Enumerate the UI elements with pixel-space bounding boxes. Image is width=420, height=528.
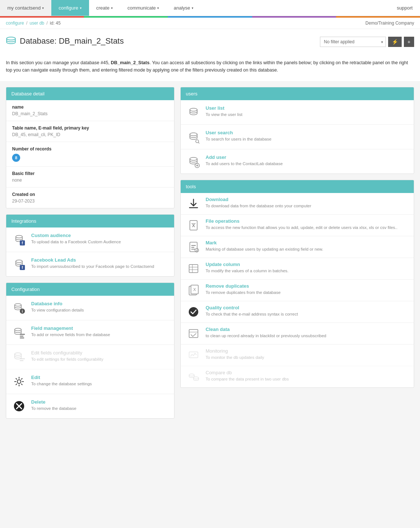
configuration-body: i Database info To view configuration de… [6,296,174,418]
tool-quality-control[interactable]: Quality control To check that the e-mail… [181,301,414,323]
config-field-management[interactable]: Field management To add or remove fields… [6,320,174,345]
breadcrumb-configure[interactable]: configure [6,21,24,26]
nav-arrow: ▾ [192,6,194,10]
svg-rect-49 [189,329,198,338]
config-database-info[interactable]: i Database info To view configuration de… [6,296,174,320]
config-title: Database info [31,301,84,306]
config-edit[interactable]: Edit To change the database settings [6,369,174,394]
database-detail-panel: Database detail name DB_main_2_Stats Tab… [6,87,174,208]
integration-title: Facebook Lead Ads [31,257,154,263]
tool-desc: To check that the e-mail address syntax … [206,311,298,317]
svg-rect-11 [20,334,25,335]
quality-icon [187,305,200,319]
nav-create[interactable]: create ▾ [89,0,120,16]
svg-rect-13 [20,338,24,338]
tool-desc: To download data from the database onto … [206,203,311,209]
filter-button[interactable]: ⚡ [388,37,402,47]
tool-title: Remove duplicates [206,283,281,289]
users-title: User search [206,130,272,135]
config-title: Delete [31,399,76,405]
mark-icon: ⚬ [187,240,200,254]
page-title-row: Database: DB_main_2_Stats [6,36,124,46]
users-add-user[interactable]: Add user To add users to the ContactLab … [181,149,414,174]
nav-label: analyse [174,5,190,11]
tool-desc: To access the new function that allows y… [206,225,398,230]
config-desc: To view configuration details [31,307,84,313]
company-name: Demo/Training Company [365,21,414,26]
integration-desc: To import userssubscribed to your Facebo… [31,263,154,269]
integration-title: Custom audience [31,233,121,238]
nav-support[interactable]: support [390,0,420,16]
users-title: User list [206,105,242,111]
integration-custom-audience[interactable]: f Custom audience To upload data to a Fa… [6,227,174,252]
svg-point-23 [196,140,199,143]
compare-icon [187,370,200,384]
tool-download[interactable]: Download To download data from the datab… [181,193,414,215]
users-desc: To view the user list [206,112,242,117]
svg-point-17 [17,380,21,383]
delete-icon [12,399,26,413]
svg-line-24 [198,142,199,143]
file-ops-icon: X [187,218,200,232]
breadcrumb-current: id: 45 [50,21,60,26]
nav-analyse[interactable]: analyse ▾ [166,0,201,16]
svg-rect-35 [191,245,196,246]
nav-my-contactsend[interactable]: my contactsend ▾ [0,0,51,16]
tool-mark[interactable]: ⚬ Mark Marking of database users by upda… [181,236,414,258]
nav-communicate[interactable]: communicate ▾ [120,0,166,16]
filter-select[interactable]: No filter applied [320,37,386,47]
page-header: Database: DB_main_2_Stats No filter appl… [0,29,420,55]
config-title: Field management [31,325,110,331]
tool-title: Clean data [206,327,326,332]
svg-rect-40 [189,265,198,273]
nav-arrow: ▾ [80,6,82,10]
db-edit-field-icon [12,350,26,364]
filter-bar: No filter applied ▾ ⚡ + [320,37,414,47]
users-user-list[interactable]: User list To view the user list [181,100,414,125]
tool-remove-duplicates[interactable]: X X Remove duplicates To remove duplicat… [181,280,414,301]
config-desc: To change the database settings [31,381,92,387]
gear-icon [12,375,26,389]
users-user-search[interactable]: User search To search for users in the d… [181,125,414,149]
nav-label: create [96,5,110,11]
svg-point-22 [190,133,197,136]
svg-point-10 [15,328,21,331]
tool-title: Update column [206,262,288,267]
page-description: In this section you can manage your data… [0,55,420,81]
config-title: Edit fields configurability [31,350,103,356]
tool-file-operations[interactable]: X File operations To access the new func… [181,215,414,236]
tool-title: File operations [206,218,398,224]
record-badge: 8 [12,154,20,162]
tool-clean-data[interactable]: Clean data to clean up record already in… [181,323,414,345]
nav-arrow: ▾ [111,6,113,10]
tool-desc: To compare the data present in two user … [206,376,289,382]
tools-panel: tools Download To download data from the… [180,180,414,388]
nav-label: my contactsend [7,5,41,11]
config-delete[interactable]: Delete To remove the database [6,394,174,418]
integration-facebook-lead-ads[interactable]: f Facebook Lead Ads To import userssubsc… [6,252,174,276]
breadcrumb-bar: configure / user db / id: 45 Demo/Traini… [0,18,420,29]
tool-title: Download [206,197,311,202]
detail-table-row: Table name, E-mail field, primary key DB… [6,121,174,142]
add-user-icon [187,154,200,168]
svg-rect-37 [191,249,195,250]
svg-point-25 [190,157,197,160]
config-title: Edit [31,375,92,380]
config-desc: To remove the database [31,405,76,411]
db-field-icon [12,325,26,339]
add-filter-button[interactable]: + [404,37,414,47]
db-name-bold: DB_main_2_Stats [111,60,150,65]
svg-point-0 [7,37,15,40]
breadcrumb-user-db[interactable]: user db [30,21,44,26]
nav-configure[interactable]: configure ▾ [51,0,89,16]
nav-label: configure [59,5,78,11]
svg-point-4 [16,260,22,263]
users-desc: To search for users in the database [206,136,272,142]
right-column: users User list To view the user list [180,87,414,419]
database-icon [6,37,16,45]
tool-update-column[interactable]: Update column To modify the values of a … [181,258,414,280]
tool-compare-db: Compare db To compare the data present i… [181,366,414,387]
svg-point-21 [190,108,197,111]
detail-name-row: name DB_main_2_Stats [6,100,174,121]
svg-point-48 [189,307,198,317]
